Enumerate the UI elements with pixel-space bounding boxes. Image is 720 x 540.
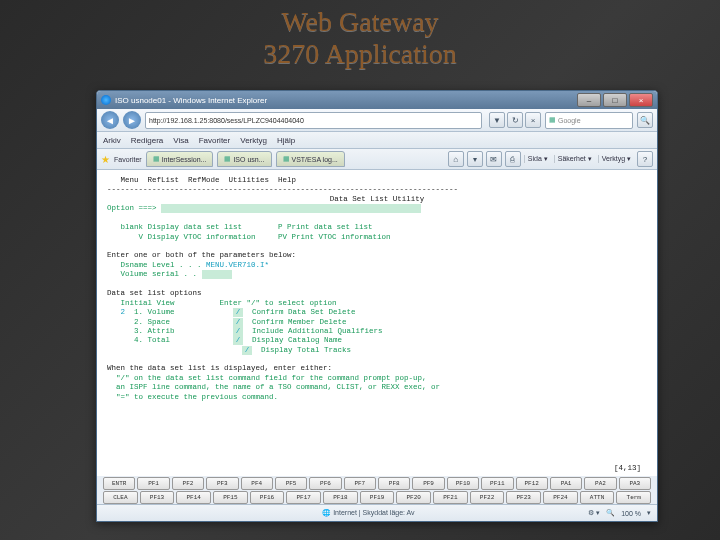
home-button[interactable]: ⌂ <box>448 151 464 167</box>
print-button[interactable]: ⎙ <box>505 151 521 167</box>
pfkey-pf8[interactable]: PF8 <box>378 477 410 490</box>
cursor-position: [4,13] <box>614 464 641 472</box>
search-box[interactable]: ▦ Google <box>545 112 633 129</box>
footer-line4: "=" to execute the previous command. <box>107 393 647 402</box>
refresh-button[interactable]: ↻ <box>507 112 523 128</box>
pfkey-pf24[interactable]: PF24 <box>543 491 578 504</box>
tab-iso[interactable]: ▦ISO usn... <box>217 151 271 167</box>
feeds-button[interactable]: ▾ <box>467 151 483 167</box>
init-view-head: Initial View Enter "/" to select option <box>107 299 647 308</box>
zoom-icon[interactable]: 🔍 <box>606 509 615 517</box>
search-button[interactable]: 🔍 <box>637 112 653 128</box>
slide-title: Web Gateway 3270 Application <box>0 0 720 70</box>
opt2-input[interactable]: / <box>233 318 243 327</box>
slide-title-line2: 3270 Application <box>0 38 720 70</box>
pfkey-term[interactable]: Term <box>616 491 651 504</box>
pfkey-pf7[interactable]: PF7 <box>344 477 376 490</box>
dsname-line: Dsname Level . . . MENU.VER710.I* <box>107 261 647 270</box>
address-bar[interactable]: http://192.168.1.25:8080/sess/LPLZC94044… <box>145 112 482 129</box>
pfkey-pf14[interactable]: PF14 <box>176 491 211 504</box>
help-button[interactable]: ? <box>637 151 653 167</box>
pfkey-pf16[interactable]: PF16 <box>250 491 285 504</box>
pfkey-attn[interactable]: ATTN <box>580 491 615 504</box>
modes-line2: V Display VTOC information PV Print VTOC… <box>107 233 647 242</box>
volser-input[interactable] <box>202 270 232 279</box>
initial-view-input[interactable]: 2 <box>121 308 126 316</box>
pfkey-pf4[interactable]: PF4 <box>241 477 273 490</box>
pfkey-pf1[interactable]: PF1 <box>137 477 169 490</box>
pfkey-pa1[interactable]: PA1 <box>550 477 582 490</box>
zoom-level[interactable]: 100 % <box>621 510 641 517</box>
mail-button[interactable]: ✉ <box>486 151 502 167</box>
pfkey-row-1: ENTR PF1 PF2 PF3 PF4 PF5 PF6 PF7 PF8 PF9… <box>97 476 657 490</box>
opt4-input[interactable]: / <box>233 336 243 345</box>
view-row-4: 4. Total / Display Catalog Name <box>107 336 647 345</box>
menu-verktyg[interactable]: Verktyg <box>240 136 267 145</box>
menu-visa[interactable]: Visa <box>173 136 188 145</box>
pfkey-pa3[interactable]: PA3 <box>619 477 651 490</box>
pfkey-pf5[interactable]: PF5 <box>275 477 307 490</box>
window-title: ISO usnode01 - Windows Internet Explorer <box>115 96 267 105</box>
favorites-star-icon[interactable]: ★ <box>101 154 110 165</box>
pfkey-pf17[interactable]: PF17 <box>286 491 321 504</box>
browser-window: ISO usnode01 - Windows Internet Explorer… <box>96 90 658 522</box>
menu-redigera[interactable]: Redigera <box>131 136 163 145</box>
view-row-3: 3. Attrib / Include Additional Qualifier… <box>107 327 647 336</box>
term-dashes: ----------------------------------------… <box>107 185 647 194</box>
back-button[interactable]: ◄ <box>101 111 119 129</box>
pfkey-pf19[interactable]: PF19 <box>360 491 395 504</box>
pfkey-pa2[interactable]: PA2 <box>584 477 616 490</box>
pfkey-pf9[interactable]: PF9 <box>412 477 444 490</box>
pfkey-pf13[interactable]: PF13 <box>140 491 175 504</box>
close-button[interactable]: × <box>629 93 653 107</box>
pfkey-pf15[interactable]: PF15 <box>213 491 248 504</box>
url-text: http://192.168.1.25:8080/sess/LPLZC94044… <box>149 117 304 124</box>
opt3-input[interactable]: / <box>233 327 243 336</box>
pfkey-row-2: CLEA PF13 PF14 PF15 PF16 PF17 PF18 PF19 … <box>97 490 657 504</box>
pfkey-clea[interactable]: CLEA <box>103 491 138 504</box>
option-line: Option ===> <box>107 204 647 214</box>
window-titlebar: ISO usnode01 - Windows Internet Explorer… <box>97 91 657 109</box>
pfkey-pf2[interactable]: PF2 <box>172 477 204 490</box>
pfkey-pf6[interactable]: PF6 <box>309 477 341 490</box>
dsname-input[interactable]: MENU.VER710.I* <box>206 261 269 269</box>
maximize-button[interactable]: □ <box>603 93 627 107</box>
pfkey-pf22[interactable]: PF22 <box>470 491 505 504</box>
option-input[interactable] <box>161 204 421 213</box>
search-provider: Google <box>558 117 581 124</box>
forward-button[interactable]: ► <box>123 111 141 129</box>
pfkey-pf23[interactable]: PF23 <box>506 491 541 504</box>
go-button[interactable]: ▼ <box>489 112 505 128</box>
pfkey-entr[interactable]: ENTR <box>103 477 135 490</box>
terminal-content[interactable]: Menu RefList RefMode Utilities Help ----… <box>97 170 657 476</box>
globe-icon: 🌐 <box>322 509 331 516</box>
security-zone: Internet | Skyddat läge: Av <box>333 509 414 516</box>
tab-vst[interactable]: ▦VST/ESA log... <box>276 151 345 167</box>
pfkey-pf10[interactable]: PF10 <box>447 477 479 490</box>
pfkey-pf18[interactable]: PF18 <box>323 491 358 504</box>
tools-menu[interactable]: Verktyg ▾ <box>598 155 634 163</box>
page-menu[interactable]: Sida ▾ <box>524 155 551 163</box>
nav-toolbar: ◄ ► http://192.168.1.25:8080/sess/LPLZC9… <box>97 109 657 132</box>
pfkey-pf21[interactable]: PF21 <box>433 491 468 504</box>
menu-hjalp[interactable]: Hjälp <box>277 136 295 145</box>
pfkey-pf11[interactable]: PF11 <box>481 477 513 490</box>
pfkey-pf3[interactable]: PF3 <box>206 477 238 490</box>
menubar: Arkiv Redigera Visa Favoriter Verktyg Hj… <box>97 132 657 149</box>
term-title: Data Set List Utility <box>107 195 647 204</box>
menu-favoriter[interactable]: Favoriter <box>199 136 231 145</box>
stop-button[interactable]: × <box>525 112 541 128</box>
favorites-label[interactable]: Favoriter <box>114 156 142 163</box>
tab-intersession[interactable]: ▦InterSession... <box>146 151 214 167</box>
volser-line: Volume serial . . <box>107 270 647 280</box>
menu-arkiv[interactable]: Arkiv <box>103 136 121 145</box>
pfkey-pf12[interactable]: PF12 <box>516 477 548 490</box>
safety-menu[interactable]: Säkerhet ▾ <box>554 155 595 163</box>
opt1-input[interactable]: / <box>233 308 243 317</box>
list-head: Data set list options <box>107 289 647 298</box>
footer-line1: When the data set list is displayed, ent… <box>107 364 647 373</box>
protected-mode-icon[interactable]: ⚙ ▾ <box>588 509 600 517</box>
minimize-button[interactable]: – <box>577 93 601 107</box>
pfkey-pf20[interactable]: PF20 <box>396 491 431 504</box>
opt5-input[interactable]: / <box>242 346 252 355</box>
